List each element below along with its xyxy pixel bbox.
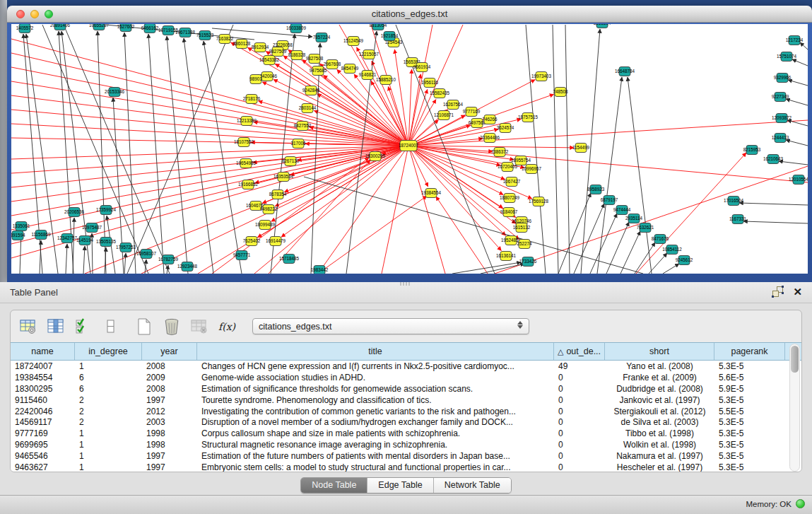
table-selector-dropdown[interactable]: citations_edges.txt (252, 318, 529, 334)
network-node[interactable]: 20153346 (105, 88, 125, 97)
network-node[interactable]: 748508 (553, 88, 568, 97)
network-node[interactable]: 18807249 (500, 194, 520, 203)
network-node[interactable]: 2935114 (625, 214, 643, 223)
close-panel-icon[interactable]: ✕ (793, 286, 802, 297)
network-node[interactable]: 16267564 (443, 100, 464, 110)
network-node[interactable]: 20206536 (64, 208, 85, 217)
window-titlebar[interactable]: citations_edges.txt (7, 6, 812, 23)
network-node[interactable]: 2803144 (299, 104, 317, 113)
table-row[interactable]: 1456911722003Disruption of a novel membe… (11, 416, 802, 428)
tab-node-table[interactable]: Node Table (301, 478, 367, 493)
network-node[interactable]: 15124549 (343, 37, 364, 46)
network-node[interactable]: 16782759 (158, 255, 179, 264)
table-row[interactable]: 977716911998Corpus callosum shape and si… (11, 428, 802, 439)
network-node[interactable]: 8912934 (252, 43, 269, 52)
table-row[interactable]: 911546021997Tourette syndrome. Phenomeno… (11, 395, 802, 406)
tab-edge-table[interactable]: Edge Table (367, 478, 433, 493)
column-header-pagerank[interactable]: pagerank (714, 343, 785, 360)
network-node[interactable]: 7632621 (637, 223, 654, 233)
network-node[interactable]: 16543382 (259, 56, 280, 65)
network-node[interactable]: 9474444 (613, 206, 631, 215)
network-node[interactable]: 7857224 (313, 33, 331, 42)
network-node[interactable]: 3624574 (497, 124, 514, 133)
network-node[interactable]: 1167331 (729, 215, 747, 224)
network-node[interactable]: 1217234 (786, 36, 804, 45)
network-node[interactable]: 10975487 (82, 223, 102, 233)
scrollbar-thumb[interactable] (791, 346, 799, 373)
network-node[interactable]: 19384554 (421, 189, 442, 198)
network-node[interactable]: 1244413 (772, 134, 789, 143)
network-node[interactable]: 252274 (517, 240, 532, 249)
network-node[interactable]: 1067427 (503, 177, 521, 187)
network-node[interactable]: 19654985 (236, 159, 257, 168)
tab-network-table[interactable]: Network Table (434, 478, 511, 493)
network-node[interactable]: 1145194 (76, 236, 94, 245)
table-row[interactable]: 946362711997Embryonic stem cells: a mode… (11, 462, 802, 472)
network-node[interactable]: 9498222 (260, 205, 278, 214)
network-node[interactable]: 391594 (11, 231, 25, 240)
table-row[interactable]: 946554611997Estimation of the future num… (11, 450, 802, 462)
network-node[interactable]: 8161304 (594, 24, 611, 28)
network-node[interactable]: 10996957 (522, 165, 542, 174)
network-node[interactable]: 18724007 (399, 141, 419, 151)
column-header-name[interactable]: name (11, 343, 75, 360)
network-node[interactable]: 18107552 (234, 138, 254, 147)
network-node[interactable]: 317006 (290, 139, 306, 148)
network-node[interactable]: 17957253 (116, 243, 136, 252)
network-node[interactable]: 16353534 (273, 173, 294, 182)
network-node[interactable]: 19671388 (175, 28, 196, 37)
column-header-title[interactable]: title (197, 343, 554, 360)
network-node[interactable]: 1983442 (311, 266, 329, 274)
network-node[interactable]: 1405572 (16, 24, 34, 33)
network-node[interactable]: 16914479 (266, 237, 286, 246)
network-node[interactable]: 17359924 (96, 206, 117, 215)
network-node[interactable]: 8186328 (288, 51, 306, 60)
network-node[interactable]: 8678354 (269, 190, 287, 199)
network-node[interactable]: 1615132 (513, 223, 531, 233)
network-node[interactable]: 9661914 (413, 63, 431, 72)
network-node[interactable]: 18099489 (255, 221, 276, 230)
network-node[interactable]: 12342757 (57, 234, 78, 243)
network-node[interactable]: 9827508 (306, 54, 324, 64)
network-node[interactable]: 98901 (249, 75, 262, 84)
table-row[interactable]: 969969511998Structural magnetic resonanc… (11, 439, 802, 450)
network-node[interactable]: 8471676 (652, 235, 669, 244)
table-row[interactable]: 2242004622012Investigating the contribut… (11, 406, 802, 417)
network-node[interactable]: 19973403 (531, 72, 552, 81)
network-node[interactable]: 16136141 (496, 252, 517, 261)
network-node[interactable]: 17569128 (529, 197, 549, 206)
network-node[interactable]: 1527602 (117, 24, 135, 32)
network-node[interactable]: 9184067 (500, 208, 518, 217)
network-node[interactable]: 7386372 (491, 148, 509, 157)
network-node[interactable]: 20891406 (50, 24, 71, 30)
network-node[interactable]: 9329966 (774, 74, 792, 83)
network-node[interactable]: 2718176 (243, 95, 261, 104)
show-columns-icon[interactable] (47, 317, 65, 336)
network-node[interactable]: 16648784 (615, 67, 635, 76)
function-builder-icon[interactable]: f(x) (218, 317, 236, 336)
column-header-year[interactable]: year (142, 343, 197, 360)
network-node[interactable]: 16033809 (286, 24, 307, 33)
network-node[interactable]: 8860128 (233, 40, 251, 49)
network-node[interactable]: 1154499 (572, 144, 590, 153)
network-node[interactable]: 7515523 (196, 31, 214, 40)
column-header-out_degree[interactable]: △out_de... (554, 343, 605, 360)
network-node[interactable]: 12010554 (789, 175, 808, 185)
select-columns-icon[interactable] (74, 317, 93, 336)
network-node[interactable]: 18757515 (518, 113, 539, 122)
splitter-handle[interactable] (400, 282, 410, 286)
network-node[interactable]: 16210643 (763, 155, 784, 164)
network-node[interactable]: 8427552 (294, 122, 312, 131)
network-node[interactable]: 18300295 (365, 152, 386, 161)
column-header-in_degree[interactable]: in_degree (75, 343, 142, 360)
rows-icon[interactable] (102, 317, 120, 336)
network-node[interactable]: 6879197 (601, 196, 618, 205)
delete-table-disabled-icon[interactable] (190, 317, 208, 336)
table-scrollbar[interactable] (789, 344, 800, 472)
delete-column-icon[interactable] (163, 317, 181, 336)
network-node[interactable]: 12106871 (434, 111, 454, 120)
network-node[interactable]: 19166852 (238, 180, 259, 189)
network-node[interactable]: 7163822 (216, 35, 234, 44)
table-row[interactable]: 1872400712008Changes of HCN gene express… (11, 361, 802, 372)
network-node[interactable]: 1733426 (519, 257, 537, 267)
